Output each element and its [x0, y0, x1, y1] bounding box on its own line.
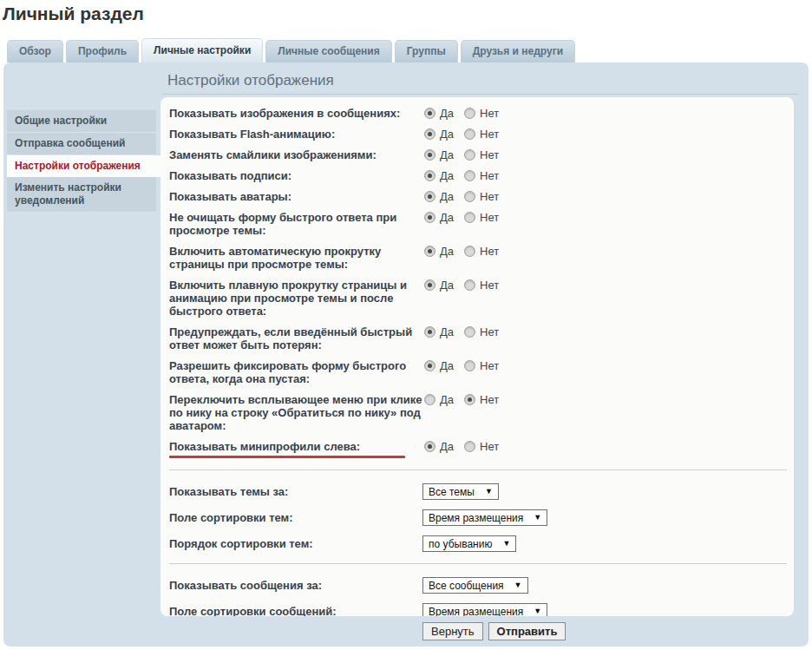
- radio-yes[interactable]: [424, 394, 435, 405]
- sidebar-item[interactable]: Настройки отображения: [7, 155, 162, 177]
- select-dropdown[interactable]: Время размещения ▼: [422, 603, 547, 616]
- radio-yes[interactable]: [424, 441, 435, 452]
- dropdown-arrow-icon: ▼: [534, 607, 541, 615]
- radio-no[interactable]: [464, 149, 475, 161]
- radio-group: Да Нет: [424, 393, 509, 406]
- setting-label: Показывать подписи:: [169, 169, 422, 182]
- radio-no[interactable]: [464, 108, 475, 119]
- content-container: Общие настройкиОтправка сообщенийНастрой…: [3, 62, 809, 647]
- setting-row: Разрешить фиксировать форму быстрого отв…: [169, 359, 787, 385]
- reset-button[interactable]: Вернуть: [422, 622, 483, 640]
- radio-no[interactable]: [464, 279, 475, 291]
- radio-yes-label: Да: [440, 279, 454, 292]
- radio-no[interactable]: [464, 212, 475, 223]
- setting-row: Не очищать форму быстрого ответа при про…: [169, 211, 787, 237]
- radio-group: Да Нет: [424, 148, 509, 161]
- radio-no[interactable]: [464, 246, 475, 257]
- highlight-underline-annotation: [169, 456, 405, 458]
- radio-no[interactable]: [464, 170, 475, 181]
- button-row: Вернуть Отправить: [422, 622, 566, 640]
- setting-row: Показывать минипрофили слева: Да Нет: [169, 440, 787, 458]
- tab-label: Группы: [407, 45, 446, 57]
- radio-no-label: Нет: [480, 393, 499, 406]
- select-dropdown[interactable]: Все темы ▼: [422, 483, 499, 500]
- dropdown-arrow-icon: ▼: [502, 540, 510, 548]
- sidebar-item[interactable]: Изменить настройки уведомлений: [7, 177, 156, 213]
- select-dropdown[interactable]: Время размещения ▼: [422, 509, 547, 526]
- tab-label: Профиль: [78, 45, 127, 57]
- radio-yes-label: Да: [440, 211, 454, 224]
- select-dropdown[interactable]: по убыванию ▼: [422, 535, 516, 552]
- setting-label-wrap: Не очищать форму быстрого ответа при про…: [169, 211, 422, 237]
- setting-label: Показывать аватары:: [169, 190, 422, 203]
- radio-no[interactable]: [464, 360, 475, 371]
- radio-group: Да Нет: [424, 211, 509, 224]
- radio-yes[interactable]: [424, 360, 435, 371]
- tab[interactable]: Личные сообщения: [265, 40, 391, 62]
- sidebar-item-label: Настройки отображения: [15, 160, 141, 172]
- radio-yes[interactable]: [424, 149, 435, 161]
- setting-row: Показывать Flash-анимацию: Да Нет: [169, 128, 787, 141]
- tab[interactable]: Личные настройки: [141, 38, 263, 62]
- dropdown-arrow-icon: ▼: [514, 581, 522, 589]
- radio-group: Да Нет: [424, 245, 509, 258]
- setting-row: Предупреждать, если введённый быстрый от…: [169, 325, 787, 351]
- tab[interactable]: Профиль: [66, 40, 139, 62]
- setting-label-wrap: Показывать темы за:: [169, 485, 422, 498]
- sidebar-item-label: Общие настройки: [15, 115, 107, 127]
- setting-row: Показывать изображения в сообщениях: Да …: [169, 107, 787, 120]
- tab[interactable]: Обзор: [7, 40, 63, 62]
- radio-no[interactable]: [464, 441, 475, 452]
- tab[interactable]: Группы: [395, 40, 458, 62]
- heading-divider: [161, 94, 798, 95]
- setting-label-wrap: Поле сортировки тем:: [169, 511, 422, 524]
- radio-no[interactable]: [464, 394, 475, 405]
- radio-yes[interactable]: [424, 108, 435, 119]
- select-dropdown[interactable]: Все сообщения ▼: [422, 577, 528, 594]
- sidebar-item-label: Изменить настройки уведомлений: [15, 181, 121, 207]
- radio-yes-label: Да: [440, 190, 454, 203]
- radio-no-label: Нет: [480, 440, 499, 453]
- radio-yes[interactable]: [424, 128, 435, 140]
- radio-group: Да Нет: [424, 169, 509, 182]
- radio-no-label: Нет: [480, 107, 499, 120]
- setting-label-wrap: Показывать минипрофили слева:: [169, 440, 422, 458]
- radio-no[interactable]: [464, 191, 475, 202]
- radio-group: Да Нет: [424, 325, 509, 338]
- setting-label: Заменять смайлики изображениями:: [169, 148, 422, 161]
- radio-no[interactable]: [464, 128, 475, 140]
- setting-label-wrap: Показывать аватары:: [169, 190, 422, 203]
- setting-label-wrap: Включить автоматическую прокрутку страни…: [169, 245, 422, 271]
- radio-yes[interactable]: [424, 191, 435, 202]
- setting-label-wrap: Включить плавную прокрутку страницы и ан…: [169, 279, 422, 318]
- sidebar-item[interactable]: Отправка сообщений: [7, 133, 156, 155]
- setting-label-wrap: Показывать изображения в сообщениях:: [169, 107, 422, 120]
- setting-row: Поле сортировки сообщений: Время размеще…: [169, 603, 787, 616]
- radio-no-label: Нет: [480, 148, 499, 161]
- radio-no-label: Нет: [480, 359, 499, 372]
- setting-label: Показывать изображения в сообщениях:: [169, 107, 422, 120]
- setting-row: Показывать сообщения за: Все сообщения ▼: [169, 577, 787, 594]
- sidebar-item[interactable]: Общие настройки: [7, 110, 156, 133]
- tab[interactable]: Друзья и недруги: [461, 40, 575, 62]
- radio-yes[interactable]: [424, 279, 435, 291]
- section-heading: Настройки отображения: [167, 72, 334, 89]
- radio-yes[interactable]: [424, 170, 435, 181]
- radio-no-label: Нет: [480, 279, 499, 292]
- submit-button[interactable]: Отправить: [488, 622, 566, 640]
- setting-label-wrap: Предупреждать, если введённый быстрый от…: [169, 325, 422, 351]
- radio-yes[interactable]: [424, 326, 435, 338]
- radio-yes[interactable]: [424, 246, 435, 257]
- setting-row: Включить автоматическую прокрутку страни…: [169, 245, 787, 271]
- setting-label-wrap: Порядок сортировки тем:: [169, 537, 422, 550]
- tab-label: Личные настройки: [154, 44, 251, 56]
- radio-yes[interactable]: [424, 212, 435, 223]
- setting-label: Показывать минипрофили слева:: [169, 440, 422, 453]
- messages-settings-block: Показывать сообщения за: Все сообщения ▼…: [169, 577, 787, 616]
- setting-row: Включить плавную прокрутку страницы и ан…: [169, 279, 787, 318]
- radio-no[interactable]: [464, 326, 475, 338]
- page: Личный раздел ОбзорПрофильЛичные настрой…: [0, 0, 812, 650]
- tab-label: Личные сообщения: [278, 45, 379, 57]
- radio-no-label: Нет: [480, 190, 499, 203]
- setting-label: Порядок сортировки тем:: [169, 537, 422, 550]
